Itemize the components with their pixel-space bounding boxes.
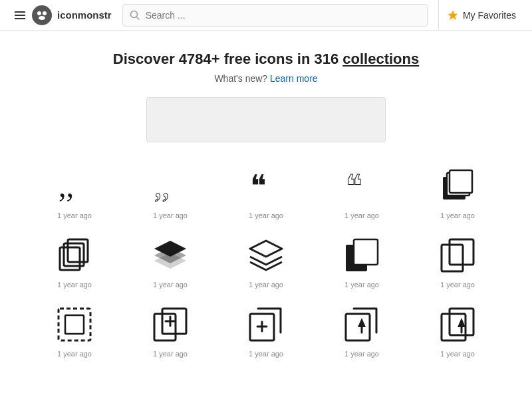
icon-timestamp: 1 year ago <box>249 350 283 358</box>
icon-cell[interactable]: 1 year ago <box>122 225 218 294</box>
icon-timestamp: 1 year ago <box>344 350 379 358</box>
icon-cell[interactable]: ❝ 1 year ago <box>314 156 410 225</box>
icon-timestamp: 1 year ago <box>249 281 283 289</box>
banner[interactable] <box>146 97 386 142</box>
svg-text:❝: ❝ <box>250 170 267 203</box>
svg-point-6 <box>130 11 137 17</box>
svg-point-4 <box>43 11 47 15</box>
quote-right-icon: ,, <box>55 166 94 206</box>
icon-cell[interactable]: 1 year ago <box>218 225 314 294</box>
hero-title-prefix: Discover 4784+ free icons in 316 <box>113 51 342 67</box>
favorites-link[interactable]: My Favorites <box>438 0 524 31</box>
svg-text:,,: ,, <box>59 170 74 203</box>
logo-icon <box>32 5 52 25</box>
icon-timestamp: 1 year ago <box>440 281 475 289</box>
select-box-icon <box>55 305 94 344</box>
copy-add-icon <box>150 305 190 344</box>
search-icon <box>130 10 140 21</box>
icon-cell[interactable]: 1 year ago <box>410 156 505 225</box>
icon-grid: ,, 1 year ago ,, 1 year ago ❝ 1 year ago… <box>0 156 532 363</box>
icon-timestamp: 1 year ago <box>440 211 475 219</box>
icon-cell[interactable]: 1 year ago <box>410 294 505 363</box>
svg-point-5 <box>39 16 45 20</box>
hero-section: Discover 4784+ free icons in 316 collect… <box>0 31 532 90</box>
learn-more-link[interactable]: Learn more <box>270 73 318 84</box>
menu-button[interactable] <box>8 6 32 25</box>
svg-line-7 <box>136 17 139 19</box>
svg-point-3 <box>37 11 41 15</box>
icon-timestamp: 1 year ago <box>57 281 92 289</box>
copy-stack-icon <box>438 166 477 206</box>
copy-single-outline-icon <box>438 235 477 275</box>
logo-text: iconmonstr <box>57 9 112 21</box>
svg-rect-24 <box>354 239 378 265</box>
layers-outline-icon <box>246 235 286 275</box>
svg-rect-27 <box>59 309 90 340</box>
svg-rect-28 <box>65 315 84 334</box>
header: iconmonstr My Favorites <box>0 0 532 31</box>
star-icon <box>447 9 459 21</box>
copy-multi-icon <box>55 235 94 275</box>
icon-cell[interactable]: ,, 1 year ago <box>27 156 122 225</box>
svg-rect-25 <box>442 245 463 271</box>
svg-text:,,: ,, <box>154 170 170 203</box>
icon-timestamp: 1 year ago <box>249 211 283 219</box>
icon-timestamp: 1 year ago <box>57 350 92 358</box>
svg-marker-41 <box>458 318 466 327</box>
copy-arrow-up-alt-icon <box>438 305 477 344</box>
svg-marker-8 <box>448 11 458 20</box>
icon-timestamp: 1 year ago <box>57 211 92 219</box>
banner-container <box>0 90 532 156</box>
quote-right-outline-icon: ,, <box>150 166 190 206</box>
icon-timestamp: 1 year ago <box>344 281 379 289</box>
svg-marker-37 <box>358 318 366 327</box>
icon-timestamp: 1 year ago <box>440 350 475 358</box>
quote-left-icon: ❝ <box>246 166 286 206</box>
icon-cell[interactable]: ,, 1 year ago <box>122 156 218 225</box>
icon-cell[interactable]: 1 year ago <box>410 225 505 294</box>
layers-filled-icon <box>150 235 190 275</box>
icon-timestamp: 1 year ago <box>153 350 188 358</box>
copy-add-alt-icon <box>246 305 286 344</box>
icon-cell[interactable]: 1 year ago <box>27 294 122 363</box>
icon-timestamp: 1 year ago <box>153 211 188 219</box>
svg-marker-22 <box>250 241 282 257</box>
favorites-label: My Favorites <box>463 10 516 21</box>
svg-rect-15 <box>450 170 472 193</box>
logo[interactable]: iconmonstr <box>32 5 112 25</box>
whats-new-prefix: What's new? <box>214 73 267 84</box>
icon-cell[interactable]: 1 year ago <box>314 294 410 363</box>
icon-cell[interactable]: 1 year ago <box>122 294 218 363</box>
collections-link[interactable]: collections <box>342 51 419 67</box>
svg-text:❝: ❝ <box>346 170 362 203</box>
svg-rect-29 <box>154 314 176 340</box>
hero-subtitle: What's new? Learn more <box>13 73 519 84</box>
copy-single-filled-icon <box>342 235 382 275</box>
hero-title: Discover 4784+ free icons in 316 collect… <box>13 51 519 68</box>
icon-timestamp: 1 year ago <box>153 281 188 289</box>
icon-timestamp: 1 year ago <box>344 211 379 219</box>
icon-cell[interactable]: 1 year ago <box>314 225 410 294</box>
icon-cell[interactable]: 1 year ago <box>27 225 122 294</box>
search-bar[interactable] <box>122 4 428 27</box>
quote-left-outline-icon: ❝ <box>342 166 382 206</box>
search-input[interactable] <box>146 10 420 21</box>
icon-cell[interactable]: 1 year ago <box>218 294 314 363</box>
svg-rect-26 <box>450 239 473 265</box>
icon-cell[interactable]: ❝ 1 year ago <box>218 156 314 225</box>
copy-arrow-up-icon <box>342 305 382 344</box>
